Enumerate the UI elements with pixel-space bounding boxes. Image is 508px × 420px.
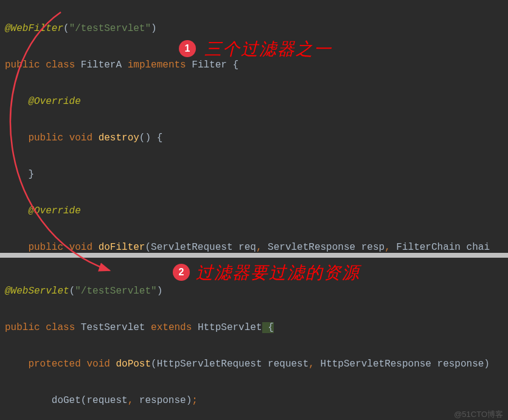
code-pane-top: @WebFilter("/testServlet") public class … [0,0,508,253]
code-line: @WebFilter("/testServlet") [0,19,508,38]
caption-bottom: 过滤器要过滤的资源 [196,264,360,282]
annotation: @WebServlet [5,286,69,297]
code-line: @WebServlet("/testServlet") [0,282,508,300]
watermark: @51CTO博客 [454,405,503,420]
code-line: public class TestServlet extends HttpSer… [0,318,508,337]
annotation: @WebFilter [5,23,63,34]
badge-1: 1 [179,40,196,57]
code-line: public void destroy() { [0,129,508,147]
code-pane-bottom: @WebServlet("/testServlet") public class… [0,258,508,420]
code-line: @Override [0,92,508,111]
badge-2: 2 [173,264,190,281]
code-line: protected void doPost(HttpServletRequest… [0,355,508,373]
code-line: public class FilterA implements Filter { [0,56,508,74]
code-line: public void doFilter(ServletRequest req,… [0,238,508,256]
code-line: } [0,165,508,184]
code-line: doGet(request, response); [0,391,508,410]
code-line: @Override [0,202,508,220]
caption-top: 三个过滤器之一 [204,40,332,58]
